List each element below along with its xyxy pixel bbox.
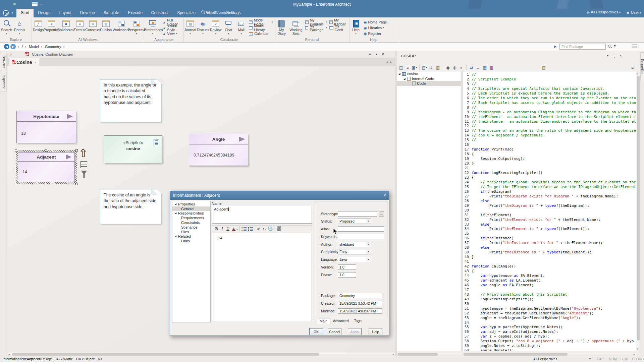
- view-button[interactable]: ▲View▾: [162, 31, 182, 36]
- element-adjacent[interactable]: Adjacent 14: [18, 152, 75, 182]
- up-arrow-icon[interactable]: ⇧: [78, 147, 88, 159]
- ribbon-tab-design[interactable]: Design: [34, 9, 55, 17]
- resize-handle[interactable]: [15, 149, 17, 152]
- libraries-button[interactable]: ◉Libraries▾: [364, 25, 387, 30]
- diagram-hscrollbar[interactable]: ◂ ▸: [7, 352, 395, 356]
- ribbon-tab-specialize[interactable]: Specialize: [173, 9, 200, 17]
- chevron-down-icon[interactable]: ▾: [607, 54, 608, 57]
- scroll-right-icon[interactable]: ▸: [633, 353, 635, 356]
- working-sets-button[interactable]: Working Sets: [288, 18, 304, 35]
- dialog-tree-item-constraints[interactable]: Constraints: [172, 220, 210, 225]
- dialog-tree-item-links[interactable]: Links: [172, 239, 210, 243]
- browse-button[interactable]: ...: [379, 211, 384, 217]
- scroll-left-icon[interactable]: ◂: [8, 353, 10, 356]
- expand-triangle-icon[interactable]: ◢: [398, 72, 401, 75]
- element-hypotenuse[interactable]: Hypotenuse 18: [16, 111, 76, 143]
- funnel-icon[interactable]: [81, 171, 87, 178]
- tab-cosine[interactable]: Cosine ×: [9, 58, 40, 66]
- code-hscrollbar[interactable]: ▸: [463, 352, 636, 356]
- tree-item-cosine[interactable]: ◢cosine: [397, 71, 461, 76]
- sidebar-tab-properties[interactable]: Properties: [640, 52, 644, 81]
- dropdown-arrow-icon[interactable]: ▾: [366, 242, 371, 246]
- ribbon-tab-layout[interactable]: Layout: [55, 9, 76, 17]
- created--input[interactable]: 15/09/2021 3:53:42 PM: [338, 301, 382, 306]
- scroll-down-icon[interactable]: ▾: [637, 347, 639, 351]
- version--input[interactable]: 1.0: [338, 264, 356, 270]
- element-scriptlet-cosine[interactable]: «Scriptlet» cosine: [104, 135, 162, 163]
- element-angle[interactable]: Angle 0.7124746245384189: [189, 134, 248, 166]
- properties-button[interactable]: ≡Properties: [45, 18, 59, 32]
- alias--input[interactable]: [338, 226, 384, 232]
- tab-close-icon[interactable]: ×: [35, 60, 37, 64]
- expand-triangle-icon[interactable]: ◢: [174, 203, 177, 205]
- dialog-tab-advanced[interactable]: Advanced: [330, 318, 352, 324]
- app-logo-icon[interactable]: [3, 10, 9, 16]
- dialog-title-bar[interactable]: InformationItem : Adjacent: [170, 191, 389, 200]
- discuss-button[interactable]: ☻Discuss▾: [197, 18, 209, 35]
- status-caret-icon[interactable]: ▾: [589, 357, 591, 360]
- design-button[interactable]: ╱Design: [32, 18, 45, 32]
- search-button[interactable]: Search▾: [0, 18, 13, 35]
- dialog-close-icon[interactable]: ×: [383, 193, 386, 198]
- find-package-search-icon[interactable]: [608, 45, 612, 49]
- hamburger-menu-icon[interactable]: [632, 45, 637, 48]
- model-library-button[interactable]: Model Library: [249, 25, 273, 30]
- author--dropdown[interactable]: shebbard▾: [338, 242, 371, 247]
- indent-icon[interactable]: →: [475, 65, 481, 70]
- ribbon-tab-construct[interactable]: Construct: [147, 9, 173, 17]
- scroll-up-icon[interactable]: ▴: [637, 72, 639, 75]
- keywords--input[interactable]: [338, 234, 384, 239]
- journal-button[interactable]: ▤Journal▾: [184, 18, 197, 35]
- preferences-button[interactable]: Preferences▾: [144, 18, 161, 35]
- resize-handle[interactable]: [45, 149, 47, 152]
- perspective-selector[interactable]: ◎ All Perspectives▾: [587, 10, 621, 14]
- my-diary-button[interactable]: My Diary: [275, 18, 288, 35]
- dropdown-arrow-icon[interactable]: ▾: [366, 219, 371, 223]
- my-package-button[interactable]: My Package▾: [305, 25, 327, 30]
- ribbon-tab-execute[interactable]: Execute: [123, 9, 147, 17]
- nav-back-button[interactable]: ◀: [4, 44, 9, 49]
- visual-style-button[interactable]: ▲Visual Style: [162, 25, 182, 30]
- hyperlink-button[interactable]: [268, 227, 272, 231]
- dialog-tree-item-related[interactable]: ◢Related: [172, 234, 210, 239]
- help-button[interactable]: Help▾: [350, 18, 362, 35]
- status-perspective[interactable]: All Perspectives: [533, 357, 557, 361]
- collapse-icon[interactable]: «: [369, 52, 371, 56]
- dropdown-arrow-icon[interactable]: ▾: [366, 257, 371, 261]
- dialog-tab-tags[interactable]: Tags: [351, 318, 364, 324]
- home-page-button[interactable]: ◉Home Page: [364, 20, 387, 24]
- bullet-list-button[interactable]: [241, 227, 247, 231]
- ok-button[interactable]: OK: [309, 328, 323, 335]
- find-icon[interactable]: ◉: [445, 65, 451, 70]
- bold-button[interactable]: B: [214, 226, 219, 232]
- collaborate-button[interactable]: ☻Collaborate: [59, 18, 74, 32]
- portals-button[interactable]: ⌂Portals▾: [13, 18, 26, 35]
- note-element[interactable]: The cosine of an angle is the ratio of t…: [100, 189, 161, 224]
- language--dropdown[interactable]: Java▾: [338, 257, 371, 262]
- add-diagram-icon[interactable]: ◫: [398, 65, 404, 70]
- ribbon-tab-develop[interactable]: Develop: [76, 9, 99, 17]
- notes-field[interactable]: 14: [212, 233, 312, 321]
- underline-button[interactable]: U: [225, 226, 231, 232]
- register-button[interactable]: ◉Register: [364, 31, 387, 36]
- breadcrumb-segment[interactable]: /: [22, 45, 23, 49]
- resize-handle[interactable]: [45, 183, 47, 185]
- ribbon-tab-simulate[interactable]: Simulate: [99, 9, 124, 17]
- dropdown-caret-icon[interactable]: ▾: [236, 229, 238, 231]
- sidebar-tab-inspector[interactable]: Inspector: [1, 72, 7, 92]
- grid-icon[interactable]: ▦: [482, 65, 488, 70]
- apply-button[interactable]: Apply: [348, 328, 362, 335]
- zoom-icon[interactable]: ◐: [459, 65, 464, 70]
- complexity--dropdown[interactable]: Easy▾: [338, 249, 371, 254]
- resize-handle[interactable]: [75, 183, 78, 185]
- save-icon[interactable]: ⇓: [428, 65, 434, 70]
- ribbon-tab-start[interactable]: Start: [16, 9, 34, 17]
- publish-button[interactable]: ▤Publish: [100, 18, 112, 32]
- resize-handle[interactable]: [15, 183, 17, 185]
- expand-triangle-icon[interactable]: ◢: [403, 77, 406, 80]
- execute-button[interactable]: »Execute: [73, 18, 86, 32]
- breadcrumb-expand-icon[interactable]: ▶: [554, 45, 557, 48]
- dialog-tree-item-scenarios[interactable]: Scenarios: [172, 225, 210, 230]
- macro-icon[interactable]: ▩: [489, 65, 494, 70]
- sidebar-tab-browser[interactable]: Browser: [1, 53, 7, 70]
